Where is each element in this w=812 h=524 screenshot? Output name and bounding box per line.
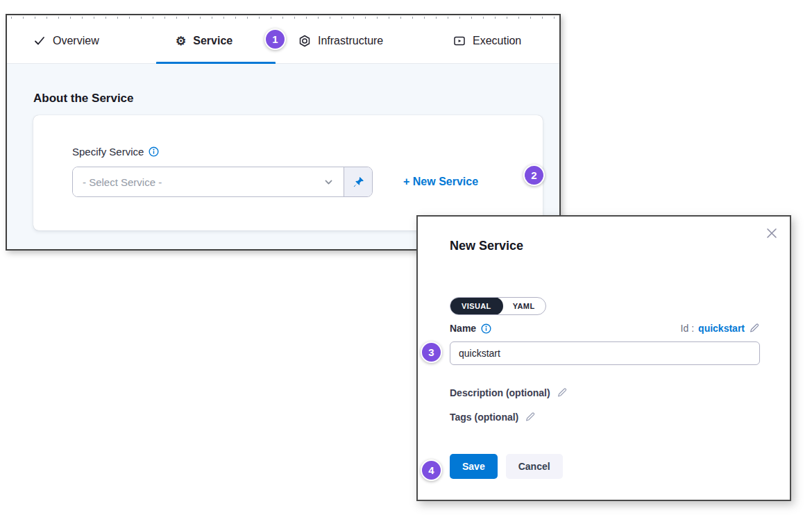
service-name-input[interactable] [450,341,760,365]
new-service-link[interactable]: + New Service [403,176,478,188]
chevron-down-icon [323,177,334,187]
new-service-modal: New Service VISUAL YAML Name Id : quicks… [416,215,791,501]
tab-execution[interactable]: Execution [453,19,521,63]
edit-tags-icon[interactable] [525,412,536,423]
step-badge-2: 2 [523,164,545,186]
check-icon [33,35,46,47]
step-badge-3: 3 [421,341,442,363]
toggle-yaml[interactable]: YAML [502,297,545,315]
service-id-group: Id : quickstart [681,323,760,334]
service-select-placeholder: - Select Service - [83,176,162,188]
close-icon [765,226,779,240]
name-row: Name Id : quickstart [450,323,760,334]
modal-title: New Service [450,239,523,253]
info-icon[interactable] [481,323,491,334]
step-badge-4: 4 [421,459,442,481]
step-badge-1: 1 [264,28,286,50]
section-heading: About the Service [33,92,134,105]
info-icon[interactable] [149,146,159,157]
specify-service-card: Specify Service - Select Service - [33,115,543,230]
pin-icon [353,176,364,188]
modal-button-row: Save Cancel [450,454,563,479]
tab-service-label: Service [193,35,232,47]
name-label-text: Name [450,323,476,334]
gear-icon: ⚙ [176,35,186,47]
tab-infrastructure-label: Infrastructure [318,35,383,47]
hexagon-icon [298,35,311,47]
tags-row: Tags (optional) [450,412,536,423]
tab-execution-label: Execution [473,35,521,47]
name-label: Name [450,323,491,334]
tab-overview[interactable]: Overview [33,19,99,63]
id-prefix: Id : [681,323,694,334]
description-label: Description (optional) [450,387,550,398]
specify-service-label-text: Specify Service [72,146,144,158]
description-row: Description (optional) [450,387,568,398]
id-value[interactable]: quickstart [698,323,745,334]
save-button[interactable]: Save [450,454,498,479]
execution-icon [453,35,466,47]
specify-service-label: Specify Service [72,146,159,158]
pin-service-button[interactable] [344,167,372,196]
toggle-visual[interactable]: VISUAL [450,297,503,315]
tags-label: Tags (optional) [450,412,518,423]
edit-id-icon[interactable] [749,323,760,334]
tab-service[interactable]: ⚙ Service [176,19,232,63]
service-select-dropdown[interactable]: - Select Service - [72,167,373,197]
tab-infrastructure[interactable]: Infrastructure [298,19,383,63]
edit-description-icon[interactable] [557,387,568,398]
close-button[interactable] [763,225,780,242]
visual-yaml-toggle: VISUAL YAML [450,297,546,315]
cancel-button[interactable]: Cancel [506,454,563,479]
tab-overview-label: Overview [53,35,99,47]
select-service-row: - Select Service - + New Service [72,167,478,197]
